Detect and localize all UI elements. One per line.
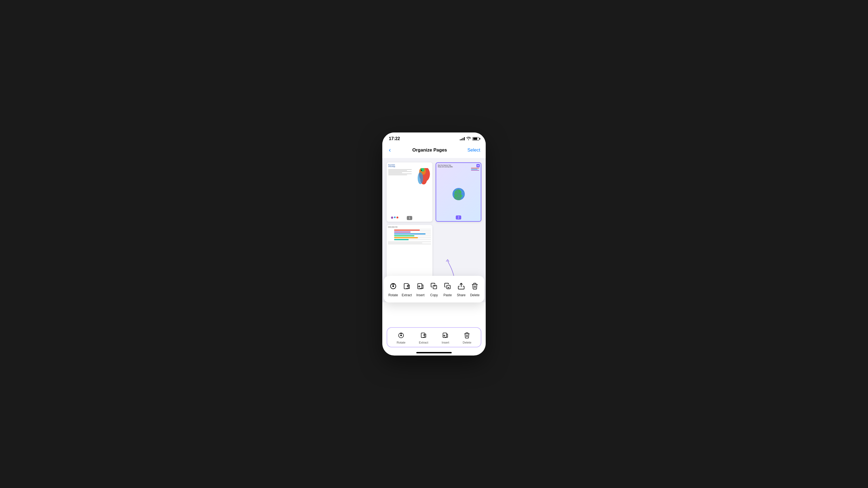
menu-share-label: Share [457, 293, 466, 297]
select-button[interactable]: Select [467, 148, 480, 153]
toolbar-item-rotate[interactable]: Rotate [397, 332, 405, 344]
menu-item-paste[interactable]: Paste [441, 281, 454, 297]
toolbar-delete-icon [463, 332, 471, 339]
page-title: Organize Pages [412, 148, 447, 153]
context-menu: Rotate Extract Insert [384, 276, 484, 302]
toolbar-insert-label: Insert [442, 341, 449, 344]
status-bar: 17:22 [382, 132, 486, 143]
menu-insert-label: Insert [416, 293, 425, 297]
paste-icon [443, 281, 453, 291]
bottom-toolbar: Rotate Extract Insert [386, 327, 482, 347]
menu-item-extract[interactable]: Extract [400, 281, 413, 297]
pages-grid: Essentialsof Ecology [382, 158, 486, 289]
menu-copy-label: Copy [430, 293, 438, 297]
svg-point-7 [456, 188, 461, 200]
battery-icon [472, 137, 479, 141]
svg-point-4 [418, 172, 423, 184]
svg-rect-12 [418, 284, 422, 289]
page2-title: How Can Improve YourStudy and Learning S… [438, 165, 479, 168]
status-icons [460, 136, 479, 141]
svg-rect-18 [443, 333, 446, 337]
extract-icon [402, 281, 412, 291]
home-indicator [416, 352, 452, 353]
menu-rotate-label: Rotate [388, 293, 398, 297]
toolbar-rotate-label: Rotate [397, 341, 405, 344]
menu-item-insert[interactable]: Insert [414, 281, 427, 297]
delete-icon [470, 281, 480, 291]
page2-badge: 2 [456, 216, 461, 220]
page1-text-lines [388, 169, 412, 175]
wifi-icon [466, 136, 471, 141]
menu-item-copy[interactable]: Copy [428, 281, 440, 297]
data-bars [388, 230, 431, 240]
toolbar-rotate-icon [397, 332, 405, 339]
toolbar-item-insert[interactable]: Insert [442, 332, 449, 344]
svg-point-16 [400, 334, 402, 336]
page1-badge: 1 [407, 216, 412, 220]
svg-point-10 [392, 285, 394, 287]
toolbar-extract-label: Extract [419, 341, 428, 344]
share-icon [456, 281, 466, 291]
menu-paste-label: Paste [443, 293, 452, 297]
menu-delete-label: Delete [470, 293, 480, 297]
toolbar-extract-icon [420, 332, 428, 339]
copy-icon [429, 281, 439, 291]
phone-frame: 17:22 ‹ Organize Pages Select [382, 132, 486, 356]
page1-title: Essentialsof Ecology [388, 164, 431, 167]
svg-point-6 [453, 188, 465, 200]
svg-rect-17 [421, 333, 425, 337]
globe-image [453, 188, 465, 200]
toolbar-delete-label: Delete [463, 341, 471, 344]
toolbar-item-extract[interactable]: Extract [419, 332, 428, 344]
page-thumbnail-2[interactable]: How Can Improve YourStudy and Learning S… [436, 162, 482, 222]
header: ‹ Organize Pages Select [382, 143, 486, 158]
page2-content: How Can Improve YourStudy and Learning S… [436, 163, 481, 221]
menu-item-rotate[interactable]: Rotate [386, 281, 400, 297]
page-thumbnail-3[interactable]: DATA ANALYSIS [386, 225, 432, 284]
rotate-icon [388, 281, 398, 291]
status-time: 17:22 [389, 136, 400, 141]
page3-title: DATA ANALYSIS [388, 226, 431, 228]
parrot-image [412, 168, 431, 188]
svg-rect-14 [447, 285, 450, 289]
page-thumbnail-1[interactable]: Essentialsof Ecology [386, 162, 432, 222]
insert-icon [415, 281, 425, 291]
toolbar-insert-icon [442, 332, 449, 339]
signal-icon [460, 137, 465, 140]
page3-content: DATA ANALYSIS [386, 225, 432, 284]
back-button[interactable]: ‹ [388, 145, 392, 155]
page1-content: Essentialsof Ecology [386, 162, 432, 222]
toolbar-item-delete[interactable]: Delete [463, 332, 471, 344]
svg-point-5 [421, 170, 422, 171]
menu-item-delete[interactable]: Delete [468, 281, 482, 297]
menu-extract-label: Extract [402, 293, 412, 297]
menu-item-share[interactable]: Share [455, 281, 468, 297]
